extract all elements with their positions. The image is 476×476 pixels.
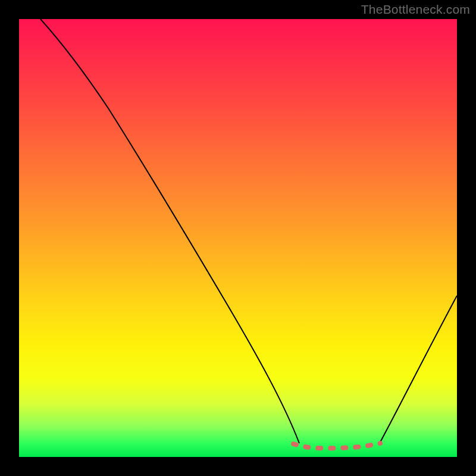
watermark-text: TheBottleneck.com [361,2,470,17]
curve-overlay [19,19,457,457]
curve-right-branch [380,296,457,443]
plot-area [19,19,457,457]
minimum-marker-band [293,443,380,448]
curve-left-branch [40,19,299,443]
chart-frame: TheBottleneck.com [0,0,476,476]
